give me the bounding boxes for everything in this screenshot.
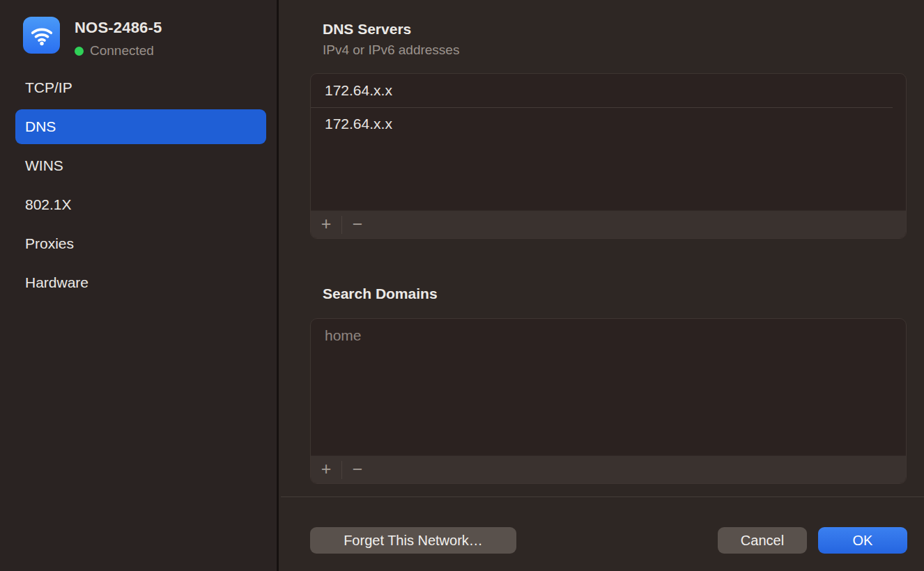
search-domains-title: Search Domains — [323, 286, 438, 302]
dns-servers-title: DNS Servers — [323, 21, 411, 38]
dns-server-entry[interactable]: 172.64.x.x — [311, 107, 906, 141]
sidebar-item-tcpip[interactable]: TCP/IP — [15, 70, 266, 105]
dns-servers-list-footer: + − — [311, 210, 906, 238]
search-domains-list-footer: + − — [311, 455, 906, 483]
network-header: NOS-2486-5 Connected — [23, 17, 162, 58]
sidebar-item-proxies[interactable]: Proxies — [15, 226, 266, 261]
bottom-separator — [281, 496, 924, 497]
search-domains-list-box: home + − — [310, 318, 907, 484]
connected-status-icon — [75, 47, 84, 56]
network-name: NOS-2486-5 — [75, 19, 162, 37]
sidebar-item-wins[interactable]: WINS — [15, 148, 266, 183]
sidebar-nav: TCP/IP DNS WINS 802.1X Proxies Hardware — [15, 70, 266, 304]
sidebar-item-8021x[interactable]: 802.1X — [15, 187, 266, 222]
sidebar-item-dns[interactable]: DNS — [15, 109, 266, 144]
search-domains-rows: home — [311, 319, 906, 455]
ok-button[interactable]: OK — [818, 527, 907, 554]
add-search-domain-button[interactable]: + — [311, 456, 341, 484]
remove-dns-server-button[interactable]: − — [342, 211, 373, 239]
dns-server-entry[interactable]: 172.64.x.x — [311, 74, 906, 107]
wifi-icon — [23, 17, 60, 54]
sidebar-item-hardware[interactable]: Hardware — [15, 265, 266, 300]
network-status: Connected — [75, 43, 162, 58]
add-dns-server-button[interactable]: + — [311, 211, 341, 239]
cancel-button[interactable]: Cancel — [718, 527, 807, 554]
remove-search-domain-button[interactable]: − — [342, 456, 373, 484]
network-meta: NOS-2486-5 Connected — [75, 17, 162, 58]
connected-status-label: Connected — [90, 43, 154, 58]
search-domain-entry[interactable]: home — [311, 319, 906, 352]
network-details-window: NOS-2486-5 Connected TCP/IP DNS WINS 802… — [0, 0, 924, 571]
dns-settings-pane: DNS Servers IPv4 or IPv6 addresses 172.6… — [281, 0, 924, 571]
dns-servers-list-box: 172.64.x.x 172.64.x.x + − — [310, 73, 907, 239]
sidebar: NOS-2486-5 Connected TCP/IP DNS WINS 802… — [0, 0, 279, 571]
dns-servers-subtitle: IPv4 or IPv6 addresses — [323, 42, 459, 58]
dns-servers-rows: 172.64.x.x 172.64.x.x — [311, 74, 906, 210]
forget-network-button[interactable]: Forget This Network… — [310, 527, 516, 554]
